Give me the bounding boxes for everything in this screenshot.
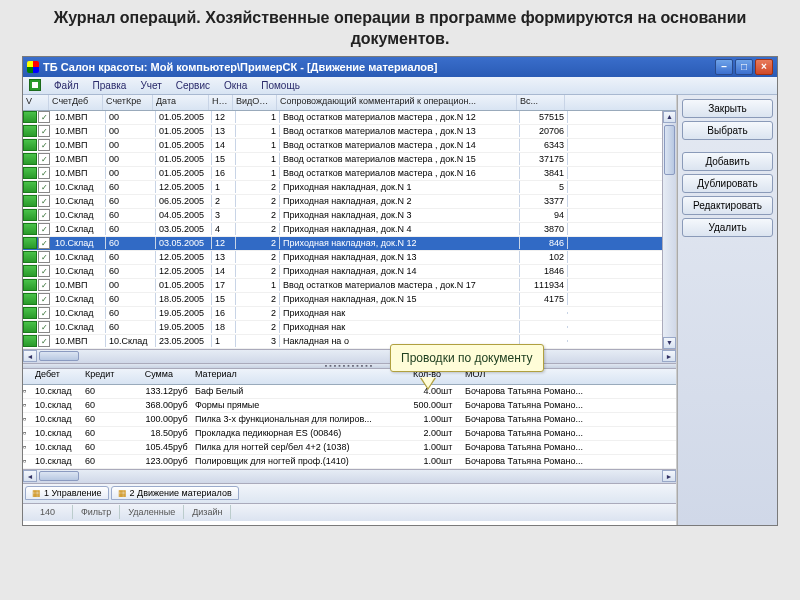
grid1-hscroll[interactable]: ◄ ► <box>23 349 676 363</box>
row-marker-icon <box>23 195 37 207</box>
col-deb[interactable]: СчетДеб <box>49 95 103 110</box>
scroll-left-icon[interactable]: ◄ <box>23 470 37 482</box>
grid1-body[interactable]: ✓10.МВП0001.05.2005121Ввод остатков мате… <box>23 111 676 349</box>
table-row[interactable]: ▫10.склад60100.00рубПилка 3-х функционал… <box>23 413 676 427</box>
scroll-left-icon[interactable]: ◄ <box>23 350 37 362</box>
col-v[interactable]: V <box>23 95 49 110</box>
row-checkbox[interactable]: ✓ <box>38 111 50 123</box>
table-row[interactable]: ✓10.Склад6012.05.2005132Приходная наклад… <box>23 251 676 265</box>
menu-accounting[interactable]: Учет <box>135 79 166 92</box>
scroll-right-icon[interactable]: ► <box>662 350 676 362</box>
row-checkbox[interactable]: ✓ <box>38 223 50 235</box>
col2-sum[interactable]: Сумма <box>123 369 173 384</box>
menu-service[interactable]: Сервис <box>171 79 215 92</box>
row-checkbox[interactable]: ✓ <box>38 237 50 249</box>
table-row[interactable]: ✓10.Склад6019.05.2005182Приходная нак <box>23 321 676 335</box>
close-button[interactable]: × <box>755 59 773 75</box>
vertical-scrollbar[interactable]: ▲ ▼ <box>662 111 676 349</box>
minimize-button[interactable]: – <box>715 59 733 75</box>
scroll-down-icon[interactable]: ▼ <box>663 337 676 349</box>
table-row[interactable]: ✓10.МВП0001.05.2005151Ввод остатков мате… <box>23 153 676 167</box>
table-row[interactable]: ▫10.склад6018.50рубПрокладка педикюрная … <box>23 427 676 441</box>
menu-edit[interactable]: Правка <box>88 79 132 92</box>
row-checkbox[interactable]: ✓ <box>38 167 50 179</box>
table-row[interactable]: ✓10.МВП0001.05.2005131Ввод остатков мате… <box>23 125 676 139</box>
col-date[interactable]: Дата <box>153 95 209 110</box>
duplicate-button[interactable]: Дублировать <box>682 174 773 193</box>
col2-deb[interactable]: Дебет <box>35 369 85 384</box>
row-checkbox[interactable]: ✓ <box>38 307 50 319</box>
row-checkbox[interactable]: ✓ <box>38 251 50 263</box>
row-marker-icon <box>23 237 37 249</box>
row-checkbox[interactable]: ✓ <box>38 209 50 221</box>
row-bullet-icon: ▫ <box>23 400 35 410</box>
col2-mat[interactable]: Материал <box>195 369 395 384</box>
row-bullet-icon: ▫ <box>23 386 35 396</box>
row-checkbox[interactable]: ✓ <box>38 195 50 207</box>
postings-grid[interactable]: ▫10.склад60133.12рубБаф Белый4.00штБочар… <box>23 385 676 469</box>
col-kre[interactable]: СчетКре <box>103 95 153 110</box>
edit-button[interactable]: Редактировать <box>682 196 773 215</box>
menu-help[interactable]: Помощь <box>256 79 305 92</box>
col2-kre[interactable]: Кредит <box>85 369 123 384</box>
col-vc[interactable]: Вс... <box>517 95 565 110</box>
table-row[interactable]: ✓10.Склад6004.05.200532Приходная накладн… <box>23 209 676 223</box>
grid2-hscroll[interactable]: ◄ ► <box>23 469 676 483</box>
table-row[interactable]: ✓10.МВП0001.05.2005161Ввод остатков мате… <box>23 167 676 181</box>
row-checkbox[interactable]: ✓ <box>38 153 50 165</box>
close-doc-button[interactable]: Закрыть <box>682 99 773 118</box>
table-row[interactable]: ▫10.склад60105.45рубПилка для ногтей сер… <box>23 441 676 455</box>
row-checkbox[interactable]: ✓ <box>38 181 50 193</box>
row-checkbox[interactable]: ✓ <box>38 265 50 277</box>
row-marker-icon <box>23 251 37 263</box>
tab-materials[interactable]: ▦2 Движение материалов <box>111 486 239 500</box>
table-row[interactable]: ▫10.склад60368.00рубФормы прямые500.00шт… <box>23 399 676 413</box>
app-icon <box>27 61 39 73</box>
delete-button[interactable]: Удалить <box>682 218 773 237</box>
table-row[interactable]: ✓10.МВП0001.05.2005141Ввод остатков мате… <box>23 139 676 153</box>
scroll-right-icon[interactable]: ► <box>662 470 676 482</box>
col-comm[interactable]: Сопровождающий комментарий к операцион..… <box>277 95 517 110</box>
status-filter[interactable]: Фильтр <box>73 505 120 519</box>
scroll-up-icon[interactable]: ▲ <box>663 111 676 123</box>
maximize-button[interactable]: □ <box>735 59 753 75</box>
table-row[interactable]: ✓10.Склад6018.05.2005152Приходная наклад… <box>23 293 676 307</box>
table-row[interactable]: ✓10.Склад6019.05.2005162Приходная нак <box>23 307 676 321</box>
table-row[interactable]: ✓10.Склад6003.05.2005122Приходная наклад… <box>23 237 676 251</box>
row-checkbox[interactable]: ✓ <box>38 125 50 137</box>
status-deleted[interactable]: Удаленные <box>120 505 184 519</box>
menu-file[interactable]: Файл <box>49 79 84 92</box>
tab-management[interactable]: ▦1 Управление <box>25 486 109 500</box>
row-checkbox[interactable]: ✓ <box>38 321 50 333</box>
table-row[interactable]: ✓10.Склад6012.05.200512Приходная накладн… <box>23 181 676 195</box>
table-row[interactable]: ✓10.Склад6003.05.200542Приходная накладн… <box>23 223 676 237</box>
table-row[interactable]: ✓10.Склад6006.05.200522Приходная накладн… <box>23 195 676 209</box>
table-row[interactable]: ▫10.склад60123.00рубПолировщик для ногте… <box>23 455 676 469</box>
row-marker-icon <box>23 111 37 123</box>
row-checkbox[interactable]: ✓ <box>38 293 50 305</box>
row-checkbox[interactable]: ✓ <box>38 279 50 291</box>
row-checkbox[interactable]: ✓ <box>38 139 50 151</box>
hscroll-thumb2[interactable] <box>39 471 79 481</box>
col-vid[interactable]: ВидОпе... <box>233 95 277 110</box>
menu-windows[interactable]: Окна <box>219 79 252 92</box>
window-title: ТБ Салон красоты: Мой компьютер\ПримерСК… <box>43 61 715 73</box>
bottom-tabs: ▦1 Управление ▦2 Движение материалов <box>23 483 676 503</box>
row-checkbox[interactable]: ✓ <box>38 335 50 347</box>
scroll-thumb[interactable] <box>664 125 675 175</box>
table-row[interactable]: ✓10.МВП0001.05.2005171Ввод остатков мате… <box>23 279 676 293</box>
main-area: V СчетДеб СчетКре Дата Но... ВидОпе... С… <box>23 95 677 525</box>
add-button[interactable]: Добавить <box>682 152 773 171</box>
status-count: 140 <box>23 505 73 519</box>
titlebar[interactable]: ТБ Салон красоты: Мой компьютер\ПримерСК… <box>23 57 777 77</box>
hscroll-thumb[interactable] <box>39 351 79 361</box>
operations-grid[interactable]: V СчетДеб СчетКре Дата Но... ВидОпе... С… <box>23 95 676 349</box>
table-row[interactable]: ✓10.Склад6012.05.2005142Приходная наклад… <box>23 265 676 279</box>
table-row[interactable]: ✓10.МВП0001.05.2005121Ввод остатков мате… <box>23 111 676 125</box>
col-no[interactable]: Но... <box>209 95 233 110</box>
table-row[interactable]: ✓10.МВП10.Склад23.05.200513Накладная на … <box>23 335 676 349</box>
status-design[interactable]: Дизайн <box>184 505 231 519</box>
row-marker-icon <box>23 293 37 305</box>
table-row[interactable]: ▫10.склад60133.12рубБаф Белый4.00штБочар… <box>23 385 676 399</box>
select-button[interactable]: Выбрать <box>682 121 773 140</box>
